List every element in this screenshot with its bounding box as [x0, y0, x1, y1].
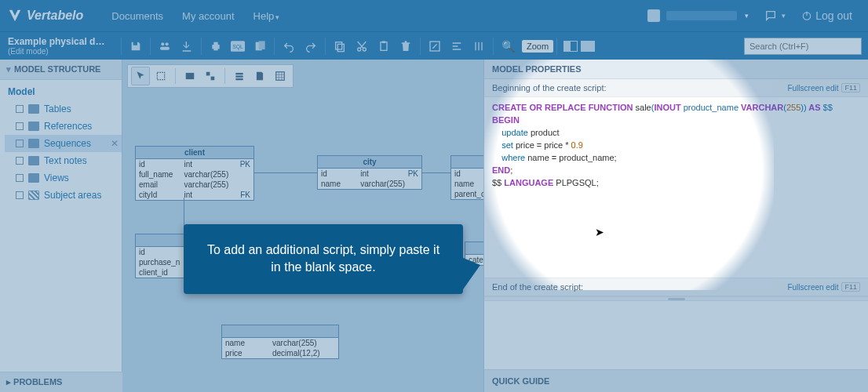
svg-rect-7 [213, 42, 217, 44]
nav-help[interactable]: Help▾ [244, 10, 290, 22]
model-tree: Model Tables References Sequences✕ Text … [0, 80, 122, 207]
svg-rect-12 [259, 41, 265, 49]
svg-point-4 [166, 42, 169, 45]
export-button[interactable] [249, 35, 271, 57]
tree-item-text-notes[interactable]: Text notes [5, 152, 122, 169]
add-reference-tool[interactable] [201, 67, 220, 85]
distribute-button[interactable] [468, 35, 490, 57]
logout-button[interactable]: Log out [793, 9, 860, 22]
svg-rect-22 [206, 72, 210, 76]
people-icon [159, 40, 171, 53]
tree-item-views[interactable]: Views [5, 169, 122, 187]
marquee-icon [155, 71, 166, 82]
model-name-block[interactable]: Example physical da… (Edit mode) [0, 36, 118, 56]
share-button[interactable] [154, 35, 176, 57]
er-header: client [136, 147, 253, 159]
paste-button[interactable] [373, 35, 395, 57]
zoom-dropdown[interactable]: 🔍 [497, 35, 519, 57]
er-connector [422, 172, 450, 173]
tree-item-references[interactable]: References [5, 118, 122, 135]
add-view-tool[interactable] [230, 67, 249, 85]
stack-icon [234, 71, 245, 82]
marquee-tool[interactable] [151, 67, 170, 85]
problems-header[interactable]: ▸ PROBLEMS [0, 372, 122, 392]
svg-rect-25 [235, 75, 243, 77]
svg-rect-13 [336, 42, 342, 49]
save-icon [129, 40, 142, 53]
zoom-label[interactable]: Zoom [522, 40, 553, 53]
search-input[interactable] [744, 38, 862, 55]
pointer-tool[interactable] [131, 67, 150, 85]
canvas-toolbar [127, 64, 294, 88]
script-begin-bar: Beginning of the create script: Fullscre… [484, 79, 868, 97]
view-icon [28, 173, 39, 183]
model-structure-panel: ▾MODEL STRUCTURE Model Tables References… [0, 60, 122, 392]
delete-button[interactable] [395, 35, 417, 57]
svg-rect-20 [157, 72, 164, 79]
nav-documents[interactable]: Documents [102, 10, 173, 22]
undo-button[interactable] [278, 35, 300, 57]
layout-split-button[interactable] [563, 41, 578, 52]
tree-item-subject-areas[interactable]: Subject areas [5, 187, 122, 204]
fullscreen-edit-link[interactable]: Fullscreen edit [787, 84, 838, 93]
create-script-editor[interactable]: CREATE OR REPLACE FUNCTION sale(INOUT pr… [484, 97, 868, 278]
model-properties-header: MODEL PROPERTIES [484, 60, 868, 79]
expand-icon [16, 174, 24, 182]
er-connector [254, 172, 317, 173]
sequence-icon [28, 139, 39, 148]
logout-label: Log out [815, 9, 852, 22]
cut-button[interactable] [351, 35, 373, 57]
download-button[interactable] [176, 35, 198, 57]
save-button[interactable] [125, 35, 147, 57]
f11-key-chip: F11 [841, 282, 860, 292]
user-menu[interactable]: ▾ [640, 9, 757, 22]
power-icon [801, 10, 812, 21]
svg-rect-21 [186, 73, 195, 79]
add-area-tool[interactable] [271, 67, 290, 85]
close-icon[interactable]: ✕ [111, 138, 119, 149]
chat-button[interactable]: ▾ [757, 9, 793, 22]
er-table-product[interactable]: namevarchar(255) pricedecimal(12,2) [221, 325, 339, 359]
er-table-client[interactable]: client idintPK full_namevarchar(255) ema… [135, 146, 254, 201]
expand-icon [16, 157, 24, 165]
f11-key-chip: F11 [841, 83, 860, 93]
svg-rect-27 [276, 72, 285, 81]
svg-rect-8 [213, 48, 217, 50]
print-button[interactable] [205, 35, 227, 57]
er-header [222, 325, 338, 338]
copy-icon [334, 40, 346, 53]
magnifier-icon: 🔍 [501, 40, 515, 53]
align-button[interactable] [446, 35, 468, 57]
sql-button[interactable]: SQL [227, 35, 249, 57]
logo-icon [8, 9, 22, 23]
fit-button[interactable] [424, 35, 446, 57]
avatar [647, 9, 660, 22]
copy-button[interactable] [329, 35, 351, 57]
layout-full-button[interactable] [581, 41, 595, 52]
tree-item-sequences[interactable]: Sequences✕ [5, 135, 122, 152]
svg-rect-17 [381, 42, 387, 50]
distribute-icon [472, 40, 485, 53]
model-structure-header[interactable]: ▾MODEL STRUCTURE [0, 60, 122, 80]
expand-icon [16, 191, 24, 199]
nav-my-account[interactable]: My account [173, 10, 243, 22]
redo-button[interactable] [300, 35, 322, 57]
tree-root-model[interactable]: Model [5, 83, 122, 100]
chat-icon [764, 9, 777, 22]
script-begin-label: Beginning of the create script: [492, 83, 607, 93]
chevron-down-icon: ▾ [745, 12, 749, 20]
note-icon [28, 156, 39, 165]
add-table-tool[interactable] [181, 67, 199, 85]
edit-mode-label: (Edit mode) [8, 47, 110, 56]
area-icon [28, 191, 39, 200]
quick-guide-header[interactable]: QUICK GUIDE [484, 369, 868, 392]
tree-item-tables[interactable]: Tables [5, 100, 122, 118]
chevron-right-icon: ▸ [6, 377, 11, 387]
add-note-tool[interactable] [250, 67, 269, 85]
panel-resize-handle[interactable] [484, 296, 868, 301]
svg-rect-14 [337, 44, 344, 51]
fullscreen-edit-link[interactable]: Fullscreen edit [787, 283, 838, 292]
note-icon [254, 71, 265, 82]
er-table-city[interactable]: city idintPK namevarchar(255) [317, 155, 422, 190]
app-logo[interactable]: Vertabelo [8, 9, 83, 23]
